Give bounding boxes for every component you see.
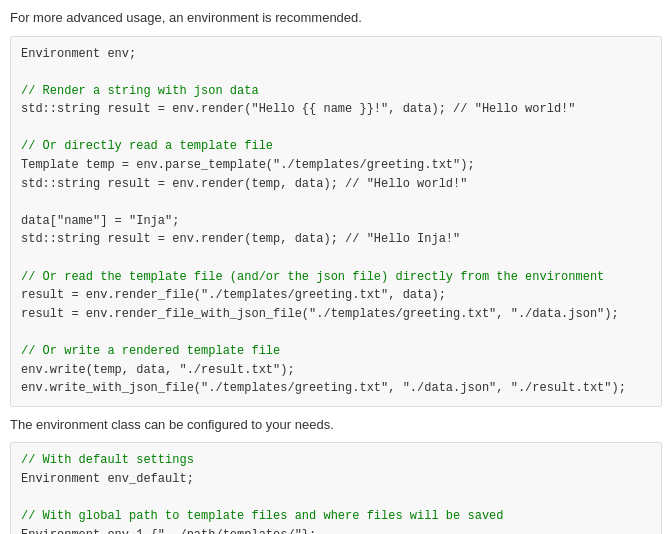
code-block-1: Environment env; // Render a string with… [10,36,662,407]
page-content: For more advanced usage, an environment … [0,0,672,534]
code-block-2: // With default settings Environment env… [10,442,662,534]
intro-text: For more advanced usage, an environment … [10,8,662,28]
middle-text: The environment class can be configured … [10,415,662,435]
